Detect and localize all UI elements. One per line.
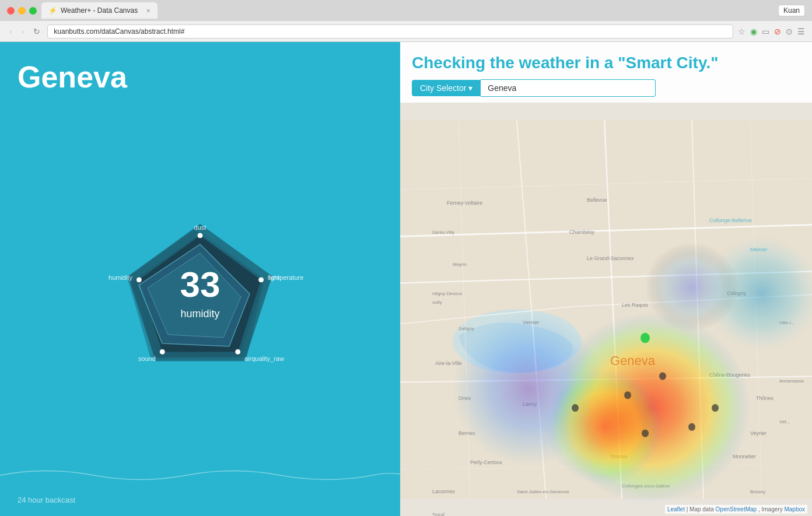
left-panel: Geneva: [0, 42, 400, 516]
map-attribution: Leaflet | Map data OpenStreetMap , Image…: [665, 505, 807, 514]
svg-text:Satigny: Satigny: [459, 326, 474, 331]
inactive-tab[interactable]: [160, 2, 206, 19]
vertex-light: [259, 277, 264, 282]
active-tab-label: Weather+ - Data Canvas: [61, 6, 138, 15]
svg-text:Annemasse: Annemasse: [779, 378, 804, 384]
svg-text:Chambésy: Chambésy: [569, 229, 595, 235]
svg-text:Lancy: Lancy: [523, 401, 537, 407]
svg-text:Onex: Onex: [459, 395, 471, 401]
svg-text:Saint-Julien-en-Genevois: Saint-Julien-en-Genevois: [517, 489, 569, 494]
browser-chrome: ⚡ Weather+ - Data Canvas ✕ Kuan ‹ › ↻ ☆ …: [0, 0, 812, 42]
stop-icon[interactable]: ⊘: [774, 27, 781, 36]
svg-text:Monnetier: Monnetier: [733, 454, 756, 459]
metric-label: humidity: [180, 308, 219, 320]
nav-icons: ☆ ◉ ▭ ⊘ ⊙ ☰: [738, 27, 805, 36]
nav-bar: ‹ › ↻ ☆ ◉ ▭ ⊘ ⊙ ☰: [0, 21, 812, 42]
svg-text:Vernier: Vernier: [523, 320, 540, 325]
city-input[interactable]: [481, 79, 656, 97]
bookmark-icon[interactable]: ☆: [738, 27, 746, 36]
map-svg: Ferney-Voltaire Bellevue Collonge-Beller…: [400, 103, 812, 516]
svg-text:Vét...: Vét...: [779, 419, 790, 424]
svg-text:Meyrin: Meyrin: [453, 262, 467, 267]
traffic-lights: [7, 7, 37, 15]
leaflet-link[interactable]: Leaflet: [667, 506, 685, 513]
svg-text:Aire-la-Ville: Aire-la-Ville: [435, 360, 462, 366]
active-tab[interactable]: ⚡ Weather+ - Data Canvas ✕: [41, 2, 158, 19]
map-header: Checking the weather in a "Smart City." …: [400, 42, 812, 103]
radar-container: 33 humidity dust light airquality_raw so…: [18, 94, 383, 499]
city-selector-button[interactable]: City Selector ▾: [412, 80, 481, 96]
svg-text:rdigny-Dessus: rdigny-Dessus: [432, 291, 462, 296]
svg-text:Ville-l...: Ville-l...: [779, 320, 794, 325]
address-bar[interactable]: [47, 24, 733, 38]
title-bar: ⚡ Weather+ - Data Canvas ✕ Kuan: [0, 0, 812, 21]
svg-text:Collonges-sous-Salève: Collonges-sous-Salève: [622, 483, 670, 489]
label-airquality: airquality_raw: [244, 355, 284, 362]
tab-bar: ⚡ Weather+ - Data Canvas ✕: [41, 2, 774, 19]
close-button[interactable]: [7, 7, 15, 15]
svg-text:Le Grand-Saconnex: Le Grand-Saconnex: [587, 255, 634, 261]
svg-text:Bossey: Bossey: [750, 489, 765, 494]
svg-text:Ferney-Voltaire: Ferney-Voltaire: [447, 200, 482, 206]
svg-text:Chêne-Bougeries: Chêne-Bougeries: [709, 372, 751, 378]
svg-text:Geneva: Geneva: [610, 353, 656, 368]
osm-link[interactable]: OpenStreetMap: [716, 506, 757, 513]
svg-text:Veyrier: Veyrier: [750, 430, 766, 436]
tab-favicon: ⚡: [48, 6, 57, 15]
map-title: Checking the weather in a "Smart City.": [412, 54, 800, 72]
vertex-humidity: [136, 277, 141, 282]
city-selector-bar: City Selector ▾: [412, 79, 800, 97]
cast-icon[interactable]: ▭: [762, 27, 769, 36]
forward-button[interactable]: ›: [19, 26, 27, 37]
backcast-label: 24 hour backcast: [18, 496, 75, 504]
user-badge[interactable]: Kuan: [778, 5, 805, 16]
svg-text:Les Raquis: Les Raquis: [622, 302, 649, 308]
close-tab-icon[interactable]: ✕: [146, 8, 150, 14]
refresh-button[interactable]: ↻: [31, 26, 43, 37]
svg-text:Genis-Villy: Genis-Villy: [432, 230, 454, 235]
svg-text:Perly-Certoux: Perly-Certoux: [470, 459, 503, 465]
svg-text:Troinex: Troinex: [610, 454, 628, 459]
metric-value: 33: [180, 264, 220, 304]
label-dust: dust: [194, 224, 206, 231]
label-humidity: humidity: [108, 274, 132, 281]
back-button[interactable]: ‹: [7, 26, 15, 37]
vertex-airquality: [236, 349, 240, 354]
update-icon[interactable]: ⊙: [786, 27, 793, 36]
svg-text:Bellevue: Bellevue: [587, 197, 607, 203]
city-name: Geneva: [18, 59, 383, 94]
svg-text:Collonge-Bellerive: Collonge-Bellerive: [709, 217, 752, 223]
svg-text:Cologny: Cologny: [727, 290, 747, 296]
right-panel: Checking the weather in a "Smart City." …: [400, 42, 812, 516]
extension-icon[interactable]: ◉: [750, 27, 757, 36]
wave-decoration: [0, 464, 400, 487]
minimize-button[interactable]: [18, 7, 26, 15]
mapbox-link[interactable]: Mapbox: [784, 506, 805, 513]
label-sound: sound: [138, 355, 156, 362]
main-content: Geneva: [0, 42, 812, 516]
svg-text:oully: oully: [432, 300, 442, 305]
map-area[interactable]: Ferney-Voltaire Bellevue Collonge-Beller…: [400, 103, 812, 516]
maximize-button[interactable]: [29, 7, 37, 15]
vertex-dust: [198, 233, 202, 238]
svg-text:Soral: Soral: [432, 512, 444, 517]
svg-text:Laconnex: Laconnex: [432, 489, 456, 494]
vertex-sound: [160, 349, 164, 354]
menu-icon[interactable]: ☰: [797, 27, 805, 36]
svg-text:Thônex: Thônex: [756, 395, 774, 401]
svg-rect-8: [400, 120, 812, 499]
svg-text:Bernex: Bernex: [459, 430, 475, 436]
svg-text:Meinier: Meinier: [750, 247, 768, 252]
radar-chart: 33 humidity dust light airquality_raw so…: [78, 186, 323, 408]
label-temperature: temperature: [269, 274, 303, 281]
